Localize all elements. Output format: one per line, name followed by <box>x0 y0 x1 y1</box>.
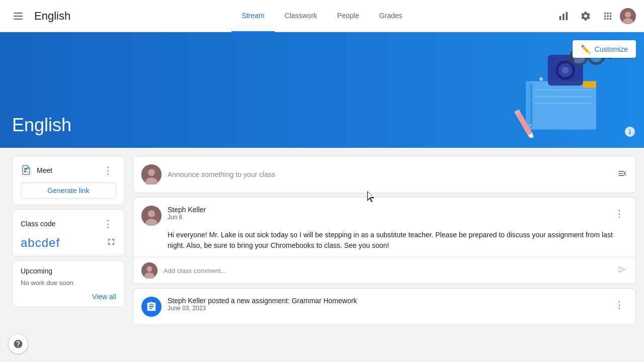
generate-link-button[interactable]: Generate link <box>21 183 116 199</box>
svg-rect-15 <box>583 81 596 88</box>
comment-bar: Add class comment... <box>133 257 635 284</box>
assignment-meta: Steph Keller posted a new assignment: Gr… <box>168 297 605 312</box>
analytics-button[interactable] <box>553 6 574 26</box>
post-author-name: Steph Keller <box>168 206 605 214</box>
post-body: Hi everyone! Mr. Lake is out sick today … <box>133 226 635 257</box>
user-avatar[interactable] <box>620 8 636 24</box>
send-icon[interactable] <box>617 264 627 277</box>
svg-point-19 <box>562 67 569 74</box>
announce-avatar <box>141 164 162 185</box>
meet-menu-button[interactable]: ⋮ <box>100 162 116 178</box>
class-code-header: Class code ⋮ <box>21 216 116 232</box>
upcoming-title: Upcoming <box>21 267 116 275</box>
svg-rect-9 <box>526 81 596 130</box>
tab-classwork[interactable]: Classwork <box>275 1 328 33</box>
expand-icon[interactable] <box>106 237 116 249</box>
svg-point-31 <box>539 77 543 81</box>
svg-rect-0 <box>14 13 23 14</box>
meet-title-row: Meet <box>21 164 52 176</box>
customize-pencil-icon: ✏️ <box>581 44 591 54</box>
announce-placeholder[interactable]: Announce something to your class <box>168 166 611 183</box>
customize-label: Customize <box>595 45 628 53</box>
header-left: English <box>8 6 109 26</box>
comment-avatar <box>141 262 157 279</box>
post-header: Steph Keller Jun 6 ⋮ <box>133 198 635 226</box>
meet-card: Meet ⋮ Generate link <box>12 156 125 205</box>
header-right <box>535 6 636 26</box>
meet-title: Meet <box>37 166 52 174</box>
content-area: Meet ⋮ Generate link Class code ⋮ abcdef <box>0 148 644 333</box>
assignment-menu-button[interactable]: ⋮ <box>611 297 627 313</box>
svg-rect-11 <box>530 83 532 128</box>
svg-point-42 <box>147 266 152 272</box>
announce-card: Announce something to your class <box>133 156 636 193</box>
menu-button[interactable] <box>8 6 28 26</box>
banner-class-title: English <box>12 115 71 136</box>
view-all-button[interactable]: View all <box>92 293 116 301</box>
tab-people[interactable]: People <box>327 1 369 33</box>
info-icon[interactable] <box>624 126 636 140</box>
sidebar: Meet ⋮ Generate link Class code ⋮ abcdef <box>12 156 125 307</box>
class-banner: ✏️ Customize English <box>0 32 644 148</box>
reorder-icon[interactable] <box>617 168 627 181</box>
post-card-1: Steph Keller Jun 6 ⋮ Hi everyone! Mr. La… <box>133 197 636 284</box>
assignment-card-1: Steph Keller posted a new assignment: Gr… <box>133 288 636 325</box>
post-meta: Steph Keller Jun 6 <box>168 206 605 221</box>
meet-icon <box>21 164 33 176</box>
post-date: Jun 6 <box>168 214 605 221</box>
upcoming-card: Upcoming No work due soon View all <box>12 260 125 307</box>
app-title: English <box>34 10 70 23</box>
svg-rect-4 <box>562 14 565 20</box>
help-button[interactable] <box>8 334 28 354</box>
svg-point-36 <box>148 169 155 176</box>
svg-rect-3 <box>559 16 561 20</box>
customize-button[interactable]: ✏️ Customize <box>573 40 636 58</box>
post-author-avatar <box>141 206 162 226</box>
svg-rect-1 <box>14 16 23 17</box>
class-code-value: abcdef <box>21 236 60 250</box>
meet-card-header: Meet ⋮ <box>21 162 116 178</box>
settings-button[interactable] <box>576 6 596 26</box>
app-header: English Stream Classwork People Grades <box>0 0 644 32</box>
class-code-card: Class code ⋮ abcdef <box>12 209 125 256</box>
announce-bar: Announce something to your class <box>133 156 635 193</box>
svg-rect-5 <box>566 12 568 20</box>
class-code-row: abcdef <box>21 236 116 250</box>
assignment-header: Steph Keller posted a new assignment: Gr… <box>133 289 635 325</box>
comment-input-placeholder[interactable]: Add class comment... <box>164 267 611 275</box>
svg-point-32 <box>529 124 531 126</box>
post-menu-button[interactable]: ⋮ <box>611 206 627 222</box>
no-work-message: No work due soon <box>21 279 116 287</box>
svg-rect-33 <box>24 170 26 172</box>
class-code-menu-button[interactable]: ⋮ <box>100 216 116 232</box>
svg-point-39 <box>148 210 155 217</box>
tab-stream[interactable]: Stream <box>231 1 274 33</box>
main-content: ✏️ Customize English <box>0 32 644 362</box>
svg-rect-10 <box>526 81 530 130</box>
stream-feed: Announce something to your class <box>133 156 636 325</box>
apps-button[interactable] <box>598 6 618 26</box>
svg-rect-34 <box>24 168 27 170</box>
svg-rect-2 <box>14 19 23 20</box>
tab-grades[interactable]: Grades <box>369 1 413 33</box>
assignment-date: June 03, 2023 <box>168 305 605 312</box>
assignment-icon <box>141 297 162 317</box>
class-code-title: Class code <box>21 220 55 228</box>
svg-point-7 <box>625 12 631 18</box>
main-nav: Stream Classwork People Grades <box>109 0 535 32</box>
assignment-title: Steph Keller posted a new assignment: Gr… <box>168 297 605 305</box>
